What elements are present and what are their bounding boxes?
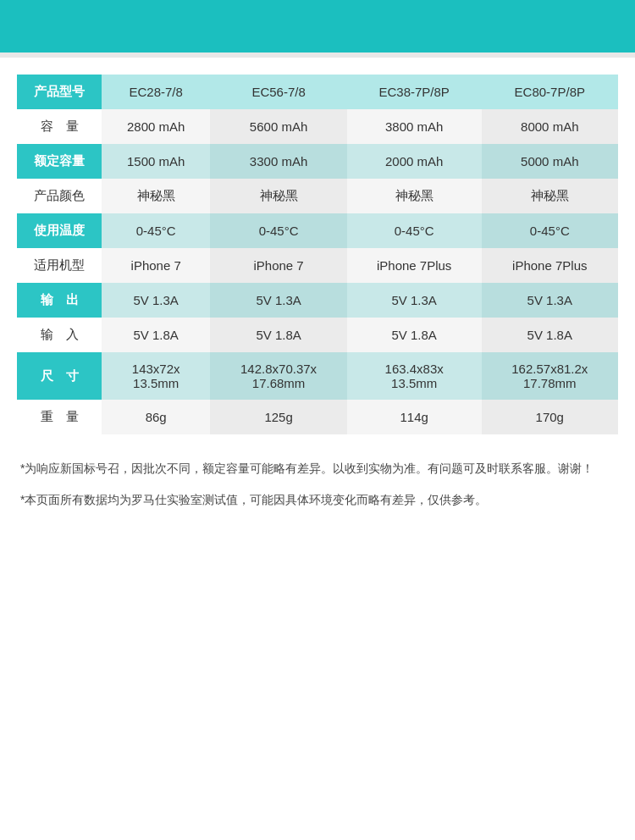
col-header-label: 产品型号 xyxy=(17,75,102,109)
row-label-8: 重 量 xyxy=(17,400,102,434)
col-header-1: EC28-7/8 xyxy=(102,75,210,109)
cell-7-0: 143x72x13.5mm xyxy=(102,352,210,400)
cell-3-3: 0-45°C xyxy=(482,213,618,248)
cell-3-1: 0-45°C xyxy=(210,213,346,248)
row-label-6: 输 入 xyxy=(17,318,102,352)
params-table-wrap: 产品型号EC28-7/8EC56-7/8EC38-7P/8PEC80-7P/8P… xyxy=(0,58,635,443)
cell-4-0: iPhone 7 xyxy=(102,248,210,283)
cell-4-1: iPhone 7 xyxy=(210,248,346,283)
cell-4-2: iPhone 7Plus xyxy=(347,248,482,283)
cell-7-3: 162.57x81.2x17.78mm xyxy=(482,352,618,400)
col-header-4: EC80-7P/8P xyxy=(482,75,618,109)
cell-8-0: 86g xyxy=(102,400,210,434)
cell-5-3: 5V 1.3A xyxy=(482,283,618,318)
cell-3-2: 0-45°C xyxy=(347,213,482,248)
footnotes-section: *为响应新国标号召，因批次不同，额定容量可能略有差异。以收到实物为准。有问题可及… xyxy=(0,443,635,541)
page-header xyxy=(0,0,635,52)
cell-6-2: 5V 1.8A xyxy=(347,318,482,352)
row-label-1: 额定容量 xyxy=(17,144,102,179)
cell-6-1: 5V 1.8A xyxy=(210,318,346,352)
cell-8-2: 114g xyxy=(347,400,482,434)
cell-0-1: 5600 mAh xyxy=(210,109,346,144)
cell-2-3: 神秘黑 xyxy=(482,179,618,213)
row-label-4: 适用机型 xyxy=(17,248,102,283)
row-label-3: 使用温度 xyxy=(17,213,102,248)
cell-1-1: 3300 mAh xyxy=(210,144,346,179)
row-label-7: 尺 寸 xyxy=(17,352,102,400)
row-label-0: 容 量 xyxy=(17,109,102,144)
cell-2-0: 神秘黑 xyxy=(102,179,210,213)
cell-4-3: iPhone 7Plus xyxy=(482,248,618,283)
cell-5-1: 5V 1.3A xyxy=(210,283,346,318)
col-header-3: EC38-7P/8P xyxy=(347,75,482,109)
cell-5-2: 5V 1.3A xyxy=(347,283,482,318)
cell-6-3: 5V 1.8A xyxy=(482,318,618,352)
footnote-0: *为响应新国标号召，因批次不同，额定容量可能略有差异。以收到实物为准。有问题可及… xyxy=(20,458,615,479)
cell-7-1: 142.8x70.37x17.68mm xyxy=(210,352,346,400)
row-label-2: 产品颜色 xyxy=(17,179,102,213)
cell-0-2: 3800 mAh xyxy=(347,109,482,144)
cell-1-3: 5000 mAh xyxy=(482,144,618,179)
cell-2-1: 神秘黑 xyxy=(210,179,346,213)
cell-8-1: 125g xyxy=(210,400,346,434)
cell-6-0: 5V 1.8A xyxy=(102,318,210,352)
cell-8-3: 170g xyxy=(482,400,618,434)
cell-7-2: 163.4x83x13.5mm xyxy=(347,352,482,400)
cell-3-0: 0-45°C xyxy=(102,213,210,248)
cell-1-0: 1500 mAh xyxy=(102,144,210,179)
cell-0-3: 8000 mAh xyxy=(482,109,618,144)
cell-1-2: 2000 mAh xyxy=(347,144,482,179)
row-label-5: 输 出 xyxy=(17,283,102,318)
params-table: 产品型号EC28-7/8EC56-7/8EC38-7P/8PEC80-7P/8P… xyxy=(17,75,618,434)
footnote-1: *本页面所有数据均为罗马仕实验室测试值，可能因具体环境变化而略有差异，仅供参考。 xyxy=(20,489,615,511)
cell-2-2: 神秘黑 xyxy=(347,179,482,213)
cell-5-0: 5V 1.3A xyxy=(102,283,210,318)
col-header-2: EC56-7/8 xyxy=(210,75,346,109)
cell-0-0: 2800 mAh xyxy=(102,109,210,144)
